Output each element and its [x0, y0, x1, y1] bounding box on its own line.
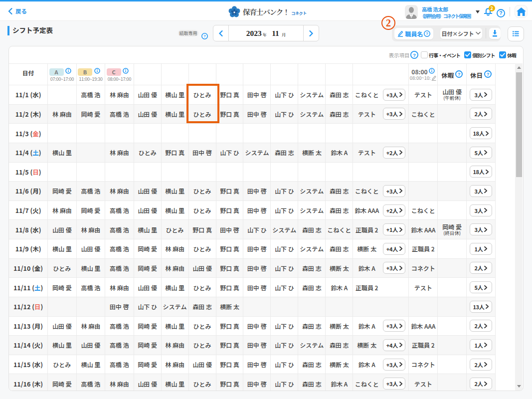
svg-text:?: ? [499, 9, 502, 16]
svg-text:?: ? [487, 70, 490, 77]
svg-text:?: ? [203, 33, 206, 38]
svg-text:?: ? [426, 30, 428, 36]
svg-text:?: ? [412, 51, 415, 58]
svg-text:?: ? [458, 70, 461, 77]
